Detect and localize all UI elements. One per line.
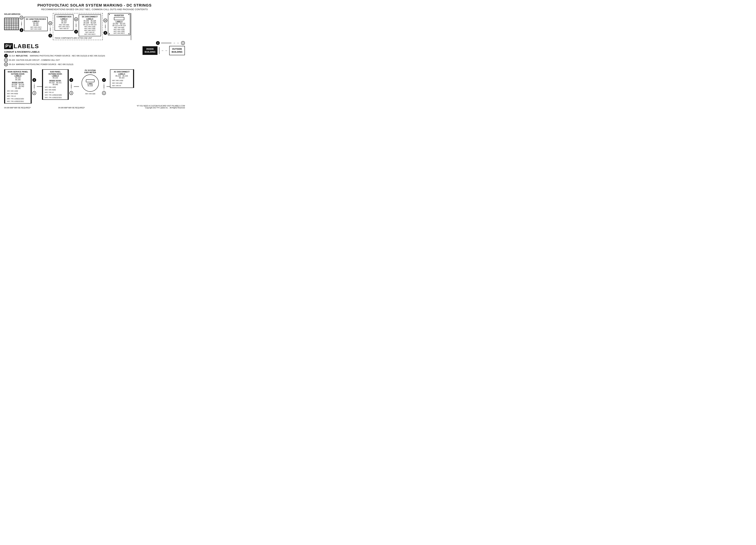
circle-2-bot1: 2	[32, 78, 36, 82]
sub-panel-footer: 04-649 MAP MAY BE REQUIRED*	[58, 107, 85, 109]
main-service-nec5: NEC 705.12(B)(2)(3)(c)	[7, 100, 29, 102]
main-service-title: MAIN SERVICE PANEL	[7, 71, 29, 73]
circle-8-bot2: 8	[69, 91, 73, 95]
bottom-row: MAIN SERVICE PANEL OUTSIDE DOOR: LABELS …	[4, 69, 185, 104]
circle-8-bot1: 8	[32, 91, 36, 95]
dc-disconnect-row2b: 05-324	[91, 22, 96, 24]
dashed-outer-box: COMBINER BOX LABELS 05-104 05-337 NEC 69…	[53, 13, 103, 40]
circle-12-conduit: 12	[4, 62, 8, 66]
ac-disconnect-nec1: NEC 690.13(B)	[112, 80, 131, 81]
sub-panel-nec2: NEC 690.56(B)	[45, 89, 66, 91]
inverter-down-wire	[131, 13, 131, 40]
main-service-nec2: NEC 690.56(B)	[7, 93, 29, 95]
sub-panel-nec4: NEC 705.12(B)(2)(3)(b)	[45, 94, 66, 96]
pv-logo: PV LABELS	[4, 43, 143, 50]
circle-8-bot3: 8	[102, 91, 106, 95]
conduit-row-3: 12 05-314 WARNING PHOTOVOLTAIC POWER SOU…	[4, 62, 143, 66]
combiner-box: COMBINER BOX LABELS 05-104 05-337 NEC 69…	[55, 14, 73, 31]
inverter-nec1: NEC 690.4(B)	[110, 27, 128, 28]
ac-disconnect-row1a: 05-210	[115, 75, 121, 77]
dashed-note: THESE COMPONENTS ARE OFTEN ONE UNIT	[55, 37, 92, 39]
dc-disconnect-box: DC DISCONNECT LABELS 05-346 05-326 05-20…	[79, 14, 101, 36]
conduit-text-3: WARNING PHOTOVOLTAIC POWER SOURCE - NEC …	[16, 63, 73, 65]
circle-2-2: 2	[48, 34, 52, 38]
left-column: SOLAR ARRAY(S) document.currentScript.in…	[4, 13, 48, 32]
ac-disconnect-row2: 05-323	[112, 77, 131, 79]
solar-array-grid: document.currentScript.insertAdjacentHTM…	[4, 18, 19, 30]
circle-8-building: 8	[181, 41, 185, 45]
inverter-nec4: NEC 690.56(C)	[110, 32, 128, 34]
combiner-nec2: NEC 690.15(C)	[56, 26, 72, 28]
main-service-panel: MAIN SERVICE PANEL OUTSIDE DOOR: LABELS …	[4, 69, 32, 104]
dc-junction-box: DC JUNCTION BOXES LABELS 05-332 05-346 N…	[24, 17, 48, 31]
sub-panel-nec5: NEC 705.12(B)(2)(3)(c)	[45, 97, 66, 98]
footer-copyright: Copyright 2017 PV Labels Inc. - All Righ…	[137, 107, 185, 109]
inverter-nec2: NEC 690.12(B)	[110, 28, 128, 30]
sub-panel-labels-header: LABELS	[45, 75, 66, 77]
conduit-row-1: 2 02-314 REFLECTIVE - WARNING PHOTOVOLTA…	[4, 54, 143, 58]
pv-meter-title: PV SYSTEM kWh METER	[79, 69, 101, 74]
dc-disconnect-title: DC DISCONNECT	[80, 16, 99, 18]
main-service-in1b: 05-216	[19, 84, 24, 86]
inverter-box: INVERTER LABELS 02-340 05-215 05-112 or …	[108, 13, 130, 35]
conduit-section: CONDUIT & RACEWAYS LABELS 2 02-314 REFLE…	[4, 51, 143, 66]
dc-disconnect-nec4: NEC 690.53	[80, 31, 99, 33]
pv-box: PV	[4, 43, 13, 49]
dc-junction-labels-header: LABELS	[26, 20, 46, 22]
sub-panel-nec3: NEC 705.10	[45, 91, 66, 93]
main-service-inside-door: INSIDE DOOR:	[7, 82, 29, 84]
sub-panel-title: SUB PANEL	[45, 71, 66, 73]
sub-panel-in1b: 05-211	[56, 82, 62, 84]
dc-junction-nec1: NEC 690.15(C)	[26, 26, 46, 28]
main-service-outside-door: OUTSIDE DOOR:	[7, 73, 29, 75]
solar-array-label: SOLAR ARRAY(S)	[4, 13, 20, 15]
ac-disconnect-nec2: NEC 690.4(B)	[112, 82, 131, 84]
combiner-title: COMBINER BOX	[56, 16, 72, 18]
conduit-row-2: 8 05-329 CAUTION SOLAR CIRCUIT - COMMON …	[4, 58, 143, 62]
main-service-in2a: 05-211	[12, 86, 17, 87]
main-service-labels-header: LABELS	[7, 75, 29, 77]
dc-disconnect-nec3: NEC 690.15(C)	[80, 29, 99, 31]
solar-to-dcj-connector: 12 ↓ ↑ 2	[20, 16, 23, 32]
dc-disconnect-row1b: 05-326	[91, 20, 96, 22]
main-service-footer: 04-649 MAP MAY BE REQUIRED*	[4, 107, 31, 109]
inverter-title: INVERTER	[110, 14, 128, 16]
circle-12-1: 12	[20, 16, 23, 20]
combiner-label1: 05-104	[56, 20, 72, 22]
sub-title: RECOMMENDATIONS BASED ON 2017 NEC, COMMO…	[4, 8, 185, 11]
conduit-text-1: - WARNING PHOTOVOLTAIC POWER SOURCE - NE…	[29, 55, 105, 57]
main-service-nec4: NEC 705.12(B)(2)(3)(b)	[7, 98, 29, 100]
main-title: PHOTOVOLTAIC SOLAR SYSTEM MARKING - DC S…	[4, 3, 185, 8]
meter-display	[86, 80, 95, 82]
conduit-code-2: 05-329	[9, 59, 15, 61]
inverter-row2: 05-112 or 05-114	[110, 25, 128, 27]
inverter-row1a: 02-340	[113, 23, 118, 25]
sub-panel-inside-door: INSIDE DOOR:	[45, 80, 66, 82]
inverter-row1b: 05-215	[120, 23, 125, 25]
dc-disconnect-nec5: NEC 690.56(C)	[80, 33, 99, 35]
dc-disconnect-labels-header: LABELS	[80, 18, 99, 20]
pv-meter-label1: 05-334	[87, 85, 93, 87]
ac-disconnect-labels-header: LABELS	[112, 73, 131, 75]
labels-text: LABELS	[14, 43, 39, 50]
sub-panel-in1a: 05-216	[49, 82, 54, 84]
main-service-nec3: NEC 705.10	[7, 95, 29, 97]
ac-disconnect-title: AC DISCONNECT	[112, 71, 131, 73]
main-service-in1a: 05-108	[12, 84, 17, 86]
circle-8-conduit: 8	[4, 58, 8, 62]
pv-meter-label-header: LABEL	[87, 83, 93, 85]
circle-2-3: 2	[74, 30, 78, 34]
main-service-label1: 05-215	[7, 77, 29, 79]
dc-junction-nec2: NEC 690.31(B)	[26, 28, 46, 30]
sub-panel: SUB PANEL OUTSIDE DOOR: LABELS 05-215 IN…	[42, 69, 69, 100]
sub-panel-in2: 05-345	[45, 84, 66, 86]
conduit-code-3: 05-314	[9, 63, 15, 65]
sub-panel-label1: 05-215	[45, 77, 66, 79]
circle-2-building: 2	[156, 41, 160, 45]
dc-disconnect-row1a: 05-346	[84, 20, 89, 22]
conduit-bold-1: REFLECTIVE	[16, 55, 28, 57]
combiner-labels-header: LABELS	[56, 18, 72, 20]
dc-disconnect-nec1: NEC 690.12(B)	[80, 26, 99, 28]
circle-12-4: 12	[103, 19, 107, 22]
pv-meter: PV SYSTEM kWh METER LABEL 05-334 NEC 690…	[79, 69, 101, 95]
